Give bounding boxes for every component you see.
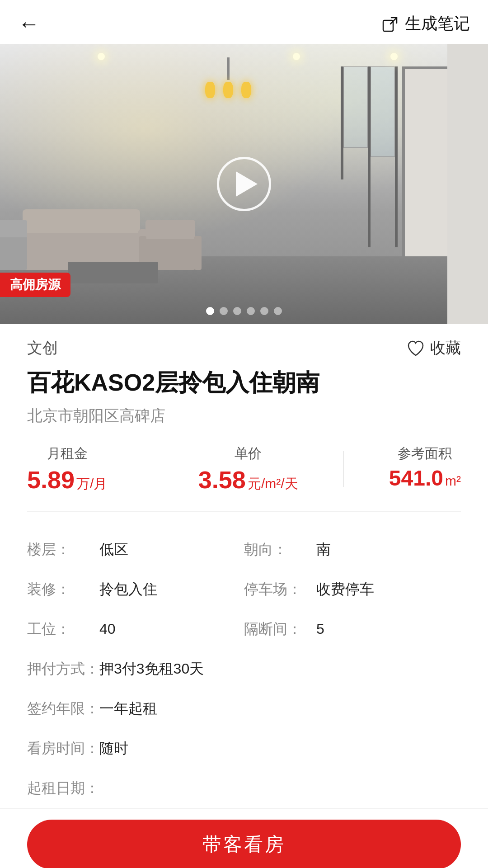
dot-1[interactable]: [206, 307, 214, 315]
header: ← 生成笔记: [0, 0, 488, 44]
start-date-row: 起租日期：: [27, 769, 461, 808]
monthly-rent-label: 月租金: [47, 444, 88, 463]
lease-label: 签约年限：: [27, 699, 99, 719]
unit-price-unit: 元/m²/天: [248, 475, 298, 493]
property-image-section: 高佣房源: [0, 44, 488, 324]
parking-label: 停车场：: [244, 580, 316, 599]
workstations-row: 工位： 40: [27, 609, 244, 649]
dot-2[interactable]: [220, 307, 228, 315]
workstations-label: 工位：: [27, 619, 99, 639]
price-section: 月租金 5.89 万/月 单价 3.58 元/m²/天 参考面积 541.0 m…: [27, 444, 461, 512]
play-triangle-icon: [236, 171, 258, 197]
heart-icon: [406, 338, 426, 358]
payment-row: 押付方式： 押3付3免租30天: [27, 649, 461, 689]
generate-notes-label: 生成笔记: [405, 13, 470, 35]
dot-3[interactable]: [233, 307, 241, 315]
partitions-row: 隔断间： 5: [244, 609, 461, 649]
orientation-row: 朝向： 南: [244, 530, 461, 570]
parking-row: 停车场： 收费停车: [244, 570, 461, 609]
unit-price-label: 单价: [235, 444, 262, 463]
unit-price-value: 3.58: [198, 467, 246, 492]
play-button[interactable]: [217, 157, 271, 211]
monthly-rent-unit: 万/月: [76, 475, 107, 493]
area-label: 参考面积: [398, 444, 452, 463]
price-divider-2: [343, 451, 344, 487]
property-address: 北京市朝阳区高碑店: [27, 406, 461, 426]
details-grid: 楼层： 低区 朝向： 南 装修： 拎包入住 停车场： 收费停车 工位： 40 隔…: [27, 530, 461, 808]
share-icon: [381, 15, 399, 33]
payment-label: 押付方式：: [27, 659, 99, 679]
dot-6[interactable]: [274, 307, 282, 315]
decoration-label: 装修：: [27, 580, 99, 599]
start-date-label: 起租日期：: [27, 778, 99, 798]
workstations-value: 40: [99, 621, 244, 637]
parking-value: 收费停车: [316, 580, 461, 599]
dot-4[interactable]: [247, 307, 255, 315]
image-dots-indicator: [206, 307, 282, 315]
partitions-value: 5: [316, 621, 461, 637]
property-tag: 文创: [27, 338, 58, 359]
floor-label: 楼层：: [27, 540, 99, 560]
back-button[interactable]: ←: [18, 13, 40, 35]
viewing-row: 看房时间： 随时: [27, 729, 461, 769]
partitions-label: 隔断间：: [244, 619, 316, 639]
floor-row: 楼层： 低区: [27, 530, 244, 570]
monthly-rent-item: 月租金 5.89 万/月: [27, 444, 107, 493]
orientation-value: 南: [316, 540, 461, 560]
generate-notes-button[interactable]: 生成笔记: [381, 13, 470, 35]
unit-price-item: 单价 3.58 元/m²/天: [198, 444, 298, 493]
viewing-label: 看房时间：: [27, 739, 99, 759]
payment-value: 押3付3免租30天: [99, 659, 461, 679]
property-content: 文创 收藏 百花KASO2层拎包入住朝南 北京市朝阳区高碑店 月租金 5.89 …: [0, 324, 488, 808]
area-unit: m²: [445, 473, 461, 489]
lease-row: 签约年限： 一年起租: [27, 689, 461, 729]
dot-5[interactable]: [260, 307, 268, 315]
floor-value: 低区: [99, 540, 244, 560]
area-item: 参考面积 541.0 m²: [389, 444, 461, 489]
monthly-rent-value: 5.89: [27, 467, 75, 492]
price-divider-1: [153, 451, 153, 487]
lease-value: 一年起租: [99, 699, 461, 719]
tag-favorite-row: 文创 收藏: [27, 324, 461, 363]
favorite-button[interactable]: 收藏: [406, 338, 461, 359]
property-title: 百花KASO2层拎包入住朝南: [27, 368, 461, 398]
decoration-row: 装修： 拎包入住: [27, 570, 244, 609]
high-commission-badge: 高佣房源: [0, 273, 70, 297]
decoration-value: 拎包入住: [99, 580, 244, 599]
view-property-button[interactable]: 带客看房: [27, 820, 461, 868]
viewing-value: 随时: [99, 739, 461, 759]
favorite-label: 收藏: [430, 338, 461, 359]
bottom-cta-area: 带客看房: [0, 808, 488, 868]
orientation-label: 朝向：: [244, 540, 316, 560]
area-value: 541.0: [389, 467, 443, 489]
